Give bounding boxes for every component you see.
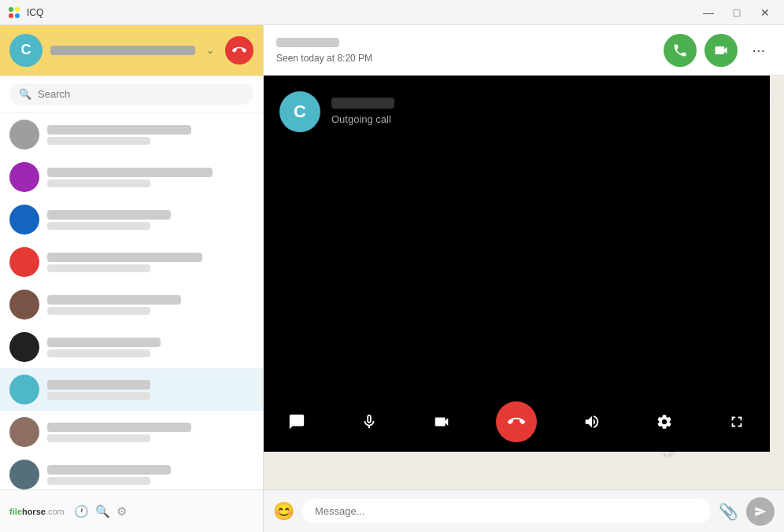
list-item[interactable] <box>0 283 263 326</box>
contact-info <box>47 295 253 315</box>
contact-info <box>47 465 253 485</box>
search-input[interactable] <box>38 88 244 100</box>
search-input-wrap: 🔍 <box>9 83 253 105</box>
contact-preview <box>47 222 150 230</box>
call-avatar: C <box>279 91 320 132</box>
icq-logo <box>6 5 22 20</box>
contact-avatar <box>9 162 39 192</box>
chevron-down-button[interactable]: ⌄ <box>203 42 217 59</box>
contact-info <box>47 338 253 357</box>
contact-preview <box>47 392 150 400</box>
search-icon: 🔍 <box>19 88 31 100</box>
svg-point-3 <box>15 13 20 18</box>
sidebar-avatar: C <box>9 34 43 67</box>
speaker-button[interactable] <box>575 405 609 439</box>
phone-icon <box>672 42 688 58</box>
end-call-button[interactable] <box>496 401 537 442</box>
contact-avatar <box>9 205 39 235</box>
list-item[interactable] <box>0 241 263 283</box>
list-item[interactable] <box>0 198 263 241</box>
contact-info <box>47 210 253 230</box>
settings-button[interactable] <box>647 405 682 439</box>
contact-avatar <box>9 460 39 490</box>
attach-button[interactable]: 📎 <box>719 502 738 521</box>
contact-preview <box>47 477 150 485</box>
voice-call-button[interactable] <box>664 34 697 67</box>
video-icon <box>713 42 729 58</box>
contact-avatar <box>9 120 39 150</box>
chat-header-actions: ··· <box>664 34 771 67</box>
contact-info <box>47 168 253 187</box>
chat-messages: 🎮 🎨 ✂️ 🎭 🔔 🎪 🎯 📱 🎲 C Outgoing call <box>264 76 784 490</box>
chat-contact-info: Seen today at 8:20 PM <box>276 36 656 64</box>
end-call-icon <box>508 413 525 430</box>
call-overlay: C Outgoing call <box>264 76 770 452</box>
contact-name <box>47 465 171 475</box>
end-call-sidebar-button[interactable] <box>225 36 253 65</box>
contact-preview <box>47 137 150 145</box>
send-button[interactable] <box>746 497 775 526</box>
call-name-info: Outgoing call <box>331 98 394 126</box>
fullscreen-button[interactable] <box>719 405 754 439</box>
list-item[interactable] <box>0 156 263 198</box>
svg-point-2 <box>9 13 13 18</box>
contact-name <box>47 338 161 347</box>
title-bar-controls: — □ ✕ <box>696 4 778 21</box>
search-bottom-icon: 🔍 <box>95 504 110 519</box>
call-contact-name <box>331 98 394 109</box>
contact-preview <box>47 264 150 272</box>
list-item[interactable] <box>0 326 263 368</box>
contact-info <box>47 253 253 272</box>
close-button[interactable]: ✕ <box>753 4 778 21</box>
chat-status: Seen today at 8:20 PM <box>276 53 656 64</box>
contact-name <box>47 125 191 135</box>
chat-header: Seen today at 8:20 PM ··· <box>264 25 784 76</box>
contact-list <box>0 113 263 490</box>
chat-icon <box>288 413 305 430</box>
maximize-button[interactable]: □ <box>724 4 749 21</box>
sidebar-bottom: filehorse.com 🕐 🔍 ⚙ <box>0 490 263 532</box>
contact-avatar <box>9 290 39 320</box>
contact-preview <box>47 349 150 357</box>
contact-avatar <box>9 247 39 277</box>
title-bar: ICQ — □ ✕ <box>0 0 784 25</box>
contact-name <box>47 210 171 220</box>
microphone-button[interactable] <box>352 405 386 439</box>
file-text: file <box>9 507 22 516</box>
contact-name <box>47 295 181 305</box>
camera-icon <box>433 413 450 430</box>
chat-contact-name <box>276 38 339 47</box>
send-icon <box>754 505 767 518</box>
list-item[interactable] <box>0 453 263 490</box>
contact-avatar <box>9 417 39 447</box>
sidebar-contact-name <box>50 46 195 55</box>
contact-preview <box>47 307 150 315</box>
contact-preview <box>47 179 150 187</box>
list-item[interactable] <box>0 368 263 411</box>
horse-text: horse <box>22 507 46 516</box>
domain-text: .com <box>46 507 65 516</box>
app-body: C ⌄ 🔍 <box>0 25 784 532</box>
settings-icon <box>656 413 673 430</box>
phone-icon <box>232 43 246 57</box>
emoji-button[interactable]: 😊 <box>273 501 294 522</box>
microphone-icon <box>361 413 378 430</box>
contact-name <box>47 168 213 177</box>
svg-point-0 <box>9 7 13 12</box>
chat-toggle-button[interactable] <box>279 405 314 439</box>
gear-icon: ⚙ <box>116 504 127 519</box>
list-item[interactable] <box>0 411 263 453</box>
message-input[interactable] <box>302 499 711 523</box>
camera-button[interactable] <box>424 405 459 439</box>
video-call-button[interactable] <box>704 34 738 67</box>
chat-input-bar: 😊 📎 <box>264 490 784 532</box>
speaker-icon <box>583 413 601 430</box>
chat-panel: Seen today at 8:20 PM ··· <box>264 25 784 532</box>
list-item[interactable] <box>0 113 263 156</box>
minimize-button[interactable]: — <box>696 4 721 21</box>
fullscreen-icon <box>728 413 745 430</box>
more-options-button[interactable]: ··· <box>745 38 771 62</box>
call-overlay-top: C Outgoing call <box>264 76 770 140</box>
clock-icon: 🕐 <box>74 504 89 519</box>
contact-avatar <box>9 332 39 362</box>
